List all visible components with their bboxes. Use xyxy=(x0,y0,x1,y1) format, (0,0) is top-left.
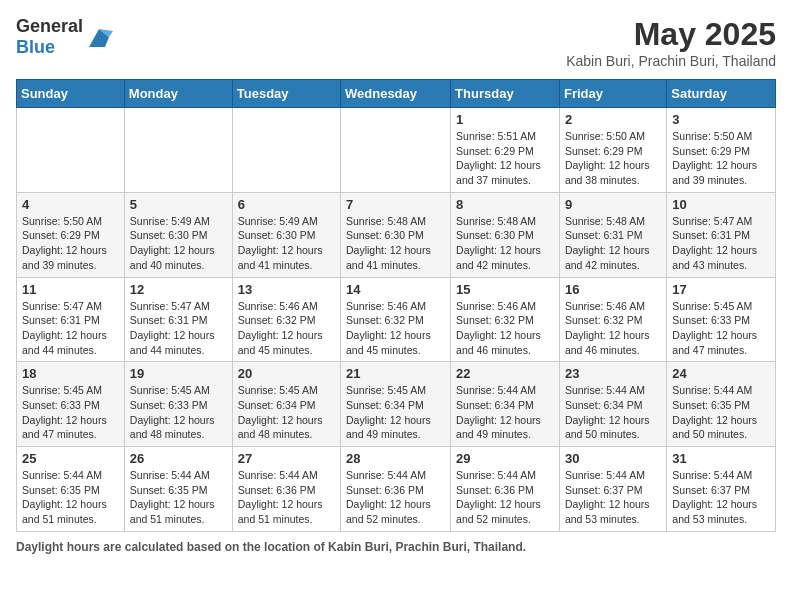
day-number: 12 xyxy=(130,282,227,297)
logo: General Blue xyxy=(16,16,113,58)
footer-label: Daylight hours xyxy=(16,540,100,554)
calendar-cell: 1Sunrise: 5:51 AMSunset: 6:29 PMDaylight… xyxy=(451,108,560,193)
calendar-cell: 4Sunrise: 5:50 AMSunset: 6:29 PMDaylight… xyxy=(17,192,125,277)
col-header-friday: Friday xyxy=(559,80,666,108)
calendar-cell: 9Sunrise: 5:48 AMSunset: 6:31 PMDaylight… xyxy=(559,192,666,277)
day-info: Sunrise: 5:44 AMSunset: 6:36 PMDaylight:… xyxy=(456,468,554,527)
footer-note: Daylight hours are calculated based on t… xyxy=(16,540,776,554)
calendar-cell: 15Sunrise: 5:46 AMSunset: 6:32 PMDayligh… xyxy=(451,277,560,362)
calendar-cell xyxy=(232,108,340,193)
day-number: 25 xyxy=(22,451,119,466)
day-number: 23 xyxy=(565,366,661,381)
page-title: May 2025 xyxy=(566,16,776,53)
day-number: 14 xyxy=(346,282,445,297)
calendar-cell xyxy=(17,108,125,193)
day-number: 18 xyxy=(22,366,119,381)
calendar-cell: 2Sunrise: 5:50 AMSunset: 6:29 PMDaylight… xyxy=(559,108,666,193)
calendar-cell: 19Sunrise: 5:45 AMSunset: 6:33 PMDayligh… xyxy=(124,362,232,447)
week-row-2: 4Sunrise: 5:50 AMSunset: 6:29 PMDaylight… xyxy=(17,192,776,277)
calendar-header-row: SundayMondayTuesdayWednesdayThursdayFrid… xyxy=(17,80,776,108)
day-number: 15 xyxy=(456,282,554,297)
day-info: Sunrise: 5:48 AMSunset: 6:31 PMDaylight:… xyxy=(565,214,661,273)
day-info: Sunrise: 5:45 AMSunset: 6:34 PMDaylight:… xyxy=(346,383,445,442)
day-info: Sunrise: 5:45 AMSunset: 6:33 PMDaylight:… xyxy=(130,383,227,442)
day-info: Sunrise: 5:44 AMSunset: 6:35 PMDaylight:… xyxy=(22,468,119,527)
day-info: Sunrise: 5:45 AMSunset: 6:33 PMDaylight:… xyxy=(22,383,119,442)
col-header-saturday: Saturday xyxy=(667,80,776,108)
day-info: Sunrise: 5:47 AMSunset: 6:31 PMDaylight:… xyxy=(22,299,119,358)
calendar-cell xyxy=(341,108,451,193)
calendar-cell: 10Sunrise: 5:47 AMSunset: 6:31 PMDayligh… xyxy=(667,192,776,277)
day-number: 1 xyxy=(456,112,554,127)
day-info: Sunrise: 5:44 AMSunset: 6:37 PMDaylight:… xyxy=(672,468,770,527)
calendar-table: SundayMondayTuesdayWednesdayThursdayFrid… xyxy=(16,79,776,532)
day-info: Sunrise: 5:47 AMSunset: 6:31 PMDaylight:… xyxy=(672,214,770,273)
day-info: Sunrise: 5:44 AMSunset: 6:35 PMDaylight:… xyxy=(130,468,227,527)
calendar-cell: 5Sunrise: 5:49 AMSunset: 6:30 PMDaylight… xyxy=(124,192,232,277)
calendar-cell: 7Sunrise: 5:48 AMSunset: 6:30 PMDaylight… xyxy=(341,192,451,277)
col-header-wednesday: Wednesday xyxy=(341,80,451,108)
col-header-thursday: Thursday xyxy=(451,80,560,108)
calendar-cell: 26Sunrise: 5:44 AMSunset: 6:35 PMDayligh… xyxy=(124,447,232,532)
week-row-1: 1Sunrise: 5:51 AMSunset: 6:29 PMDaylight… xyxy=(17,108,776,193)
week-row-4: 18Sunrise: 5:45 AMSunset: 6:33 PMDayligh… xyxy=(17,362,776,447)
day-number: 16 xyxy=(565,282,661,297)
day-info: Sunrise: 5:44 AMSunset: 6:37 PMDaylight:… xyxy=(565,468,661,527)
day-info: Sunrise: 5:48 AMSunset: 6:30 PMDaylight:… xyxy=(456,214,554,273)
day-number: 22 xyxy=(456,366,554,381)
logo-icon xyxy=(85,23,113,51)
day-number: 9 xyxy=(565,197,661,212)
day-number: 2 xyxy=(565,112,661,127)
calendar-cell: 11Sunrise: 5:47 AMSunset: 6:31 PMDayligh… xyxy=(17,277,125,362)
day-number: 26 xyxy=(130,451,227,466)
day-number: 17 xyxy=(672,282,770,297)
day-info: Sunrise: 5:44 AMSunset: 6:36 PMDaylight:… xyxy=(238,468,335,527)
day-info: Sunrise: 5:44 AMSunset: 6:34 PMDaylight:… xyxy=(456,383,554,442)
day-info: Sunrise: 5:46 AMSunset: 6:32 PMDaylight:… xyxy=(565,299,661,358)
calendar-cell: 18Sunrise: 5:45 AMSunset: 6:33 PMDayligh… xyxy=(17,362,125,447)
calendar-cell: 13Sunrise: 5:46 AMSunset: 6:32 PMDayligh… xyxy=(232,277,340,362)
day-number: 3 xyxy=(672,112,770,127)
calendar-cell: 30Sunrise: 5:44 AMSunset: 6:37 PMDayligh… xyxy=(559,447,666,532)
day-number: 29 xyxy=(456,451,554,466)
day-info: Sunrise: 5:45 AMSunset: 6:33 PMDaylight:… xyxy=(672,299,770,358)
day-number: 13 xyxy=(238,282,335,297)
day-number: 4 xyxy=(22,197,119,212)
calendar-cell: 16Sunrise: 5:46 AMSunset: 6:32 PMDayligh… xyxy=(559,277,666,362)
calendar-cell: 14Sunrise: 5:46 AMSunset: 6:32 PMDayligh… xyxy=(341,277,451,362)
calendar-cell: 8Sunrise: 5:48 AMSunset: 6:30 PMDaylight… xyxy=(451,192,560,277)
calendar-cell xyxy=(124,108,232,193)
day-number: 8 xyxy=(456,197,554,212)
day-info: Sunrise: 5:44 AMSunset: 6:36 PMDaylight:… xyxy=(346,468,445,527)
page-header: General Blue May 2025 Kabin Buri, Prachi… xyxy=(16,16,776,69)
day-number: 21 xyxy=(346,366,445,381)
day-number: 20 xyxy=(238,366,335,381)
calendar-cell: 29Sunrise: 5:44 AMSunset: 6:36 PMDayligh… xyxy=(451,447,560,532)
col-header-tuesday: Tuesday xyxy=(232,80,340,108)
calendar-cell: 27Sunrise: 5:44 AMSunset: 6:36 PMDayligh… xyxy=(232,447,340,532)
calendar-cell: 28Sunrise: 5:44 AMSunset: 6:36 PMDayligh… xyxy=(341,447,451,532)
calendar-cell: 6Sunrise: 5:49 AMSunset: 6:30 PMDaylight… xyxy=(232,192,340,277)
day-number: 11 xyxy=(22,282,119,297)
calendar-cell: 20Sunrise: 5:45 AMSunset: 6:34 PMDayligh… xyxy=(232,362,340,447)
calendar-cell: 31Sunrise: 5:44 AMSunset: 6:37 PMDayligh… xyxy=(667,447,776,532)
day-info: Sunrise: 5:51 AMSunset: 6:29 PMDaylight:… xyxy=(456,129,554,188)
day-info: Sunrise: 5:44 AMSunset: 6:34 PMDaylight:… xyxy=(565,383,661,442)
week-row-3: 11Sunrise: 5:47 AMSunset: 6:31 PMDayligh… xyxy=(17,277,776,362)
day-number: 19 xyxy=(130,366,227,381)
logo-general-text: General xyxy=(16,16,83,36)
title-area: May 2025 Kabin Buri, Prachin Buri, Thail… xyxy=(566,16,776,69)
footer-description: are calculated based on the location of … xyxy=(103,540,526,554)
day-info: Sunrise: 5:50 AMSunset: 6:29 PMDaylight:… xyxy=(672,129,770,188)
calendar-cell: 17Sunrise: 5:45 AMSunset: 6:33 PMDayligh… xyxy=(667,277,776,362)
calendar-cell: 23Sunrise: 5:44 AMSunset: 6:34 PMDayligh… xyxy=(559,362,666,447)
day-info: Sunrise: 5:49 AMSunset: 6:30 PMDaylight:… xyxy=(238,214,335,273)
week-row-5: 25Sunrise: 5:44 AMSunset: 6:35 PMDayligh… xyxy=(17,447,776,532)
day-number: 31 xyxy=(672,451,770,466)
day-number: 7 xyxy=(346,197,445,212)
calendar-cell: 22Sunrise: 5:44 AMSunset: 6:34 PMDayligh… xyxy=(451,362,560,447)
day-number: 30 xyxy=(565,451,661,466)
day-info: Sunrise: 5:46 AMSunset: 6:32 PMDaylight:… xyxy=(456,299,554,358)
calendar-cell: 21Sunrise: 5:45 AMSunset: 6:34 PMDayligh… xyxy=(341,362,451,447)
calendar-cell: 25Sunrise: 5:44 AMSunset: 6:35 PMDayligh… xyxy=(17,447,125,532)
